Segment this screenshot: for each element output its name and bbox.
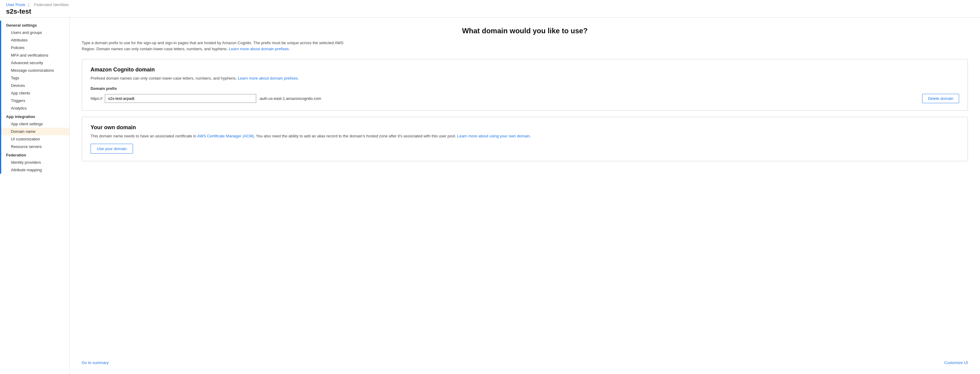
sidebar-section-federation: Federation Identity providers Attribute … [0,151,69,174]
footer: Go to summary Customize UI [82,355,968,365]
cognito-domain-description-text: Prefixed domain names can only contain l… [91,76,237,81]
customize-ui-link[interactable]: Customize UI [944,360,968,365]
acm-link[interactable]: AWS Certificate Manager (ACM). [197,134,255,138]
sidebar-item-ui-customization[interactable]: UI customization [0,135,69,143]
sidebar-general-settings-title[interactable]: General settings [0,21,69,29]
page-title: What domain would you like to use? [82,27,968,35]
sidebar-item-mfa-and-verifications[interactable]: MFA and verifications [0,51,69,59]
go-to-summary-link[interactable]: Go to summary [82,360,109,365]
domain-suffix: .auth.us-east-1.amazoncognito.com [259,96,321,101]
sidebar-item-users-and-groups[interactable]: Users and groups [0,29,69,36]
sidebar-item-attribute-mapping[interactable]: Attribute mapping [0,166,69,174]
own-domain-card-title: Your own domain [91,124,959,131]
cognito-domain-card-description: Prefixed domain names can only contain l… [91,75,959,81]
sidebar-item-tags[interactable]: Tags [0,74,69,82]
learn-more-own-domain-link[interactable]: Learn more about using your own domain. [457,134,531,138]
layout: General settings Users and groups Attrib… [0,17,980,374]
breadcrumb: User Pools | Federated Identities [6,2,974,7]
main-content: What domain would you like to use? Type … [70,17,980,374]
cognito-learn-more-link[interactable]: Learn more about domain prefixes. [238,76,299,81]
federated-identities-text: Federated Identities [34,2,69,7]
sidebar-item-message-customizations[interactable]: Message customizations [0,67,69,74]
page-description: Type a domain prefix to use for the sign… [82,40,354,52]
sidebar-item-policies[interactable]: Policies [0,44,69,51]
pool-title: s2s-test [6,8,974,16]
sidebar-item-app-client-settings[interactable]: App client settings [0,120,69,128]
sidebar-item-identity-providers[interactable]: Identity providers [0,158,69,166]
cognito-domain-card-title: Amazon Cognito domain [91,67,959,73]
cognito-domain-card: Amazon Cognito domain Prefixed domain na… [82,59,968,111]
sidebar-item-attributes[interactable]: Attributes [0,36,69,44]
delete-domain-button[interactable]: Delete domain [922,94,959,103]
sidebar-item-resource-servers[interactable]: Resource servers [0,143,69,151]
sidebar-item-triggers[interactable]: Triggers [0,97,69,105]
sidebar-item-app-clients[interactable]: App clients [0,89,69,97]
domain-https-prefix: https:// [91,96,102,101]
sidebar-item-domain-name[interactable]: Domain name [0,128,69,135]
domain-prefix-label: Domain prefix [91,86,959,91]
own-domain-description-after: You also need the ability to add an alia… [256,134,456,138]
sidebar-app-integration-title[interactable]: App integration [0,112,69,120]
use-your-domain-button[interactable]: Use your domain [91,144,133,154]
own-domain-card-description: This domain name needs to have an associ… [91,133,959,139]
header: User Pools | Federated Identities s2s-te… [0,0,980,17]
breadcrumb-separator: | [28,2,29,7]
sidebar-item-analytics[interactable]: Analytics [0,105,69,112]
user-pools-link[interactable]: User Pools [6,2,25,7]
own-domain-description-before: This domain name needs to have an associ… [91,134,196,138]
sidebar-item-devices[interactable]: Devices [0,82,69,89]
sidebar-section-app-integration: App integration App client settings Doma… [0,112,69,151]
sidebar-federation-title[interactable]: Federation [0,151,69,158]
domain-input-row: https:// .auth.us-east-1.amazoncognito.c… [91,94,959,103]
sidebar-item-advanced-security[interactable]: Advanced security [0,59,69,67]
sidebar-section-general: General settings Users and groups Attrib… [0,21,69,112]
sidebar: General settings Users and groups Attrib… [0,17,70,374]
learn-more-prefixes-link[interactable]: Learn more about domain prefixes. [229,47,290,51]
page-description-text: Type a domain prefix to use for the sign… [82,41,344,51]
own-domain-card: Your own domain This domain name needs t… [82,117,968,162]
domain-prefix-input[interactable] [105,94,256,103]
